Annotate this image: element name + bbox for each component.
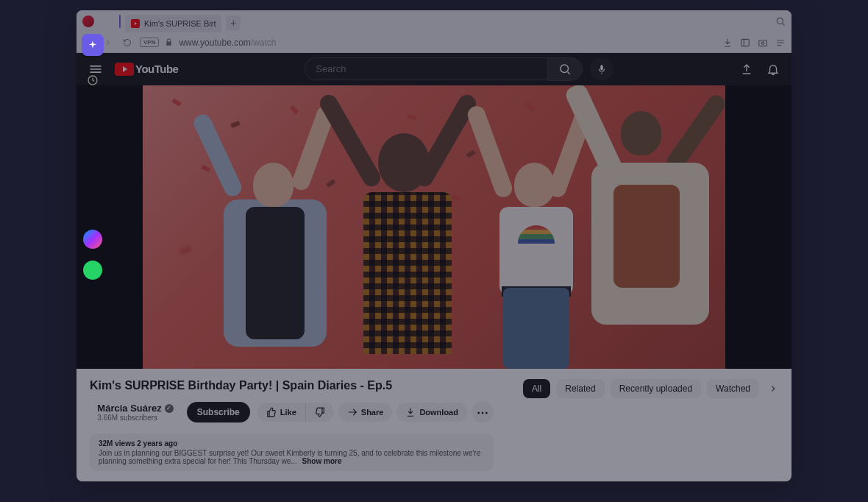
browser-window: Kim's SUPRISE Birt + VPN www.youtube.com… [77, 10, 791, 481]
aria-sidebar-button[interactable] [82, 34, 104, 56]
video-description[interactable]: 32M views 2 years ago Join us in plannin… [90, 434, 494, 471]
chip-related[interactable]: Related [556, 379, 604, 398]
tab-title: Kim's SUPRISE Birt [144, 19, 216, 28]
notifications-icon[interactable] [766, 63, 780, 76]
tab-search-icon[interactable] [775, 16, 786, 26]
url-field[interactable]: www.youtube.com/watch [179, 38, 716, 48]
sidebar-toggle-icon[interactable] [740, 38, 750, 48]
video-info: Kim's SURPRISE Birthday Party! | Spain D… [77, 369, 791, 481]
youtube-page: YouTube [77, 53, 791, 481]
vpn-badge[interactable]: VPN [140, 38, 159, 47]
youtube-logo[interactable]: YouTube [115, 63, 178, 76]
dislike-button[interactable] [306, 403, 334, 422]
video-description-text: Join us in planning our BIGGEST surprise… [99, 449, 480, 465]
messenger-sidebar-icon[interactable] [83, 230, 102, 249]
more-actions-button[interactable]: ⋯ [472, 401, 494, 423]
sidebar-more-icon[interactable]: ⋯ [82, 433, 104, 455]
subscribe-button[interactable]: Subscribe [187, 402, 250, 423]
svg-rect-2 [741, 39, 750, 46]
lock-icon[interactable] [165, 38, 173, 46]
history-sidebar-icon[interactable] [82, 69, 104, 91]
channel-name[interactable]: Márcia Suárez [97, 403, 161, 414]
chip-watched[interactable]: Watched [707, 379, 759, 398]
video-title: Kim's SURPRISE Birthday Party! | Spain D… [90, 379, 494, 392]
video-player[interactable] [77, 85, 791, 369]
filter-chips: All Related Recently uploaded Watched [523, 379, 778, 398]
easy-setup-icon[interactable] [775, 38, 786, 48]
verified-badge-icon: ✓ [165, 404, 174, 413]
youtube-logo-text: YouTube [135, 63, 178, 75]
tab-bar: Kim's SUPRISE Birt + [77, 10, 791, 32]
share-button[interactable]: Share [338, 403, 393, 422]
url-path: /watch [251, 38, 277, 48]
download-icon[interactable] [722, 38, 733, 48]
svg-point-1 [777, 18, 783, 24]
url-domain: www.youtube.com [179, 38, 250, 48]
chip-all[interactable]: All [523, 379, 550, 398]
like-button[interactable]: Like [257, 403, 306, 422]
search-button[interactable] [547, 57, 583, 81]
snapshot-icon[interactable] [758, 38, 768, 48]
video-frame [143, 85, 725, 369]
whatsapp-sidebar-icon[interactable] [83, 261, 102, 280]
youtube-header: YouTube [77, 53, 791, 85]
chip-scroll-right-icon[interactable] [768, 383, 778, 394]
video-views-age: 32M views 2 years ago [99, 439, 485, 448]
download-button[interactable]: Download [396, 403, 467, 422]
voice-search-button[interactable] [590, 57, 613, 81]
svg-point-4 [761, 41, 764, 44]
reload-button[interactable] [121, 36, 134, 49]
upload-icon[interactable] [740, 63, 753, 76]
address-bar: VPN www.youtube.com/watch [77, 32, 791, 53]
show-more-button[interactable]: Show more [302, 457, 342, 465]
svg-point-5 [561, 65, 569, 73]
youtube-play-icon [115, 63, 134, 76]
chip-recently-uploaded[interactable]: Recently uploaded [611, 379, 701, 398]
browser-tab[interactable]: Kim's SUPRISE Birt [125, 15, 221, 32]
search-input[interactable] [305, 57, 547, 80]
svg-rect-3 [759, 40, 767, 46]
subscriber-count: 3.66M subscribers [97, 414, 173, 422]
new-tab-button[interactable]: + [226, 15, 241, 30]
youtube-favicon-icon [131, 19, 140, 28]
